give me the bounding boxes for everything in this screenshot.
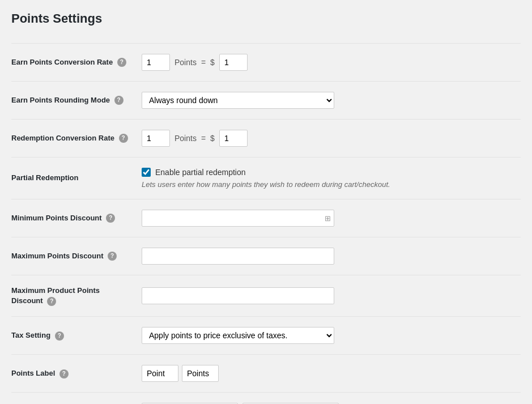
maximum-discount-label: Maximum Points Discount ? [11, 237, 136, 275]
minimum-discount-help-icon[interactable]: ? [106, 214, 115, 223]
points-label-row: Points Label ? [11, 355, 521, 393]
minimum-discount-input-wrapper: ⊞ [142, 210, 334, 227]
partial-redemption-checkbox-label: Enable partial redemption [155, 168, 246, 177]
redemption-conversion-dollar-input[interactable] [219, 130, 248, 147]
tax-setting-select[interactable]: Apply points to price exclusive of taxes… [142, 327, 334, 344]
settings-container: Points Settings Earn Points Conversion R… [0, 0, 532, 404]
redemption-conversion-group: Points = $ [142, 130, 515, 147]
earn-conversion-dollar: $ [210, 58, 215, 67]
settings-table: Earn Points Conversion Rate ? Points = $… [11, 43, 521, 404]
partial-redemption-checkbox[interactable] [142, 168, 151, 177]
earn-conversion-dollar-input[interactable] [219, 54, 248, 71]
points-plural-input[interactable] [182, 365, 219, 382]
minimum-discount-row: Minimum Points Discount ? ⊞ [11, 199, 521, 237]
maximum-discount-row: Maximum Points Discount ? [11, 237, 521, 275]
rounding-mode-row: Earn Points Rounding Mode ? Always round… [11, 82, 521, 120]
earn-conversion-value: Points = $ [136, 44, 521, 82]
redemption-conversion-label: Redemption Conversion Rate ? [11, 120, 136, 158]
maximum-product-discount-row: Maximum Product Points Discount ? [11, 275, 521, 317]
redemption-conversion-points-label: Points [175, 134, 197, 143]
minimum-discount-input[interactable] [142, 210, 334, 227]
rounding-mode-help-icon[interactable]: ? [114, 96, 124, 105]
page-title: Points Settings [11, 11, 521, 32]
maximum-product-discount-help-icon[interactable]: ? [47, 297, 56, 306]
points-expire-label: Points Expire After ? [11, 393, 136, 404]
earn-conversion-help-icon[interactable]: ? [117, 58, 126, 67]
points-label-value [136, 355, 521, 393]
tax-setting-value: Apply points to price exclusive of taxes… [136, 317, 521, 355]
partial-redemption-row: Partial Redemption Enable partial redemp… [11, 158, 521, 199]
points-label-help-icon[interactable]: ? [59, 369, 69, 379]
points-expire-row: Points Expire After ? 1 2 3 Days Weeks [11, 393, 521, 404]
points-singular-input[interactable] [142, 365, 178, 382]
partial-redemption-value: Enable partial redemption Lets users ent… [136, 158, 521, 199]
earn-conversion-points-input[interactable] [142, 54, 170, 71]
maximum-product-discount-value [136, 275, 521, 317]
maximum-product-discount-label: Maximum Product Points Discount ? [11, 275, 136, 317]
redemption-conversion-row: Redemption Conversion Rate ? Points = $ [11, 120, 521, 158]
maximum-discount-help-icon[interactable]: ? [108, 252, 117, 261]
partial-redemption-hint: Lets users enter how many points they wi… [142, 180, 515, 189]
partial-redemption-label: Partial Redemption [11, 158, 136, 199]
redemption-conversion-dollar: $ [210, 134, 215, 143]
points-label-label: Points Label ? [11, 355, 136, 393]
minimum-discount-label: Minimum Points Discount ? [11, 199, 136, 237]
rounding-mode-label: Earn Points Rounding Mode ? [11, 82, 136, 120]
maximum-discount-value [136, 237, 521, 275]
rounding-mode-select[interactable]: Always round down Always round up Round … [142, 92, 334, 109]
points-label-group [142, 365, 515, 382]
partial-redemption-checkbox-group: Enable partial redemption [142, 168, 515, 177]
earn-conversion-row: Earn Points Conversion Rate ? Points = $ [11, 44, 521, 82]
redemption-conversion-help-icon[interactable]: ? [119, 134, 128, 143]
earn-conversion-group: Points = $ [142, 54, 515, 71]
redemption-conversion-value: Points = $ [136, 120, 521, 158]
tax-setting-label: Tax Setting ? [11, 317, 136, 355]
maximum-discount-input[interactable] [142, 248, 334, 265]
tax-setting-help-icon[interactable]: ? [55, 331, 64, 341]
redemption-conversion-equals: = [201, 134, 206, 143]
maximum-product-discount-input[interactable] [142, 287, 334, 304]
earn-conversion-equals: = [201, 58, 206, 67]
rounding-mode-value: Always round down Always round up Round … [136, 82, 521, 120]
earn-conversion-points-label: Points [175, 58, 197, 67]
minimum-discount-value: ⊞ [136, 199, 521, 237]
earn-conversion-label: Earn Points Conversion Rate ? [11, 44, 136, 82]
tax-setting-row: Tax Setting ? Apply points to price excl… [11, 317, 521, 355]
points-expire-value: 1 2 3 Days Weeks Months Years [136, 393, 521, 404]
redemption-conversion-points-input[interactable] [142, 130, 170, 147]
